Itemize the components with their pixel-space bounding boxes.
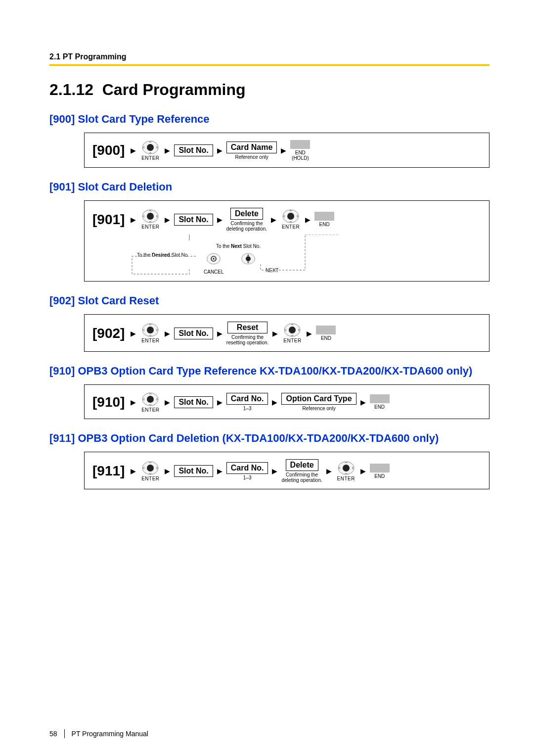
arrow-icon: ▶ [360, 398, 366, 406]
option-card-type-box: Option Card Type [281, 393, 356, 405]
end-label: END [319, 222, 330, 227]
item-title-910: [910] OPB3 Option Card Type Reference KX… [49, 365, 490, 378]
reset-box: Reset [227, 322, 268, 333]
end-key-icon [314, 212, 334, 221]
code-910: [910] [92, 395, 125, 409]
enter-key-icon: ENTER [280, 209, 301, 230]
svg-point-33 [289, 327, 296, 333]
slot-no-box: Slot No. [174, 214, 213, 226]
card-no-range: 1–3 [243, 475, 252, 480]
ref-only-label: Reference only [235, 154, 268, 160]
enter-key-icon: ENTER [140, 209, 161, 230]
code-901: [901] [92, 213, 125, 227]
arrow-icon: ▶ [217, 398, 222, 406]
arrow-icon: ▶ [165, 398, 170, 406]
arrow-icon: ▶ [165, 330, 170, 337]
item-title-911: [911] OPB3 Option Card Deletion (KX-TDA1… [49, 432, 490, 445]
arrow-icon: ▶ [217, 146, 222, 154]
arrow-icon: ▶ [360, 467, 366, 475]
card-no-box: Card No. [226, 462, 268, 474]
diagram-902: [902] ▶ ENTER ▶ Slot No. ▶ Reset Confirm… [84, 314, 490, 352]
arrow-icon: ▶ [305, 216, 311, 224]
code-911: [911] [92, 464, 125, 478]
diagram-910: [910] ▶ ENTER ▶ Slot No. ▶ Card No. 1–3 … [84, 384, 490, 420]
arrow-icon: ▶ [326, 467, 332, 475]
svg-point-13 [287, 213, 294, 220]
end-key-icon [290, 140, 310, 149]
slot-no-box: Slot No. [174, 328, 213, 339]
enter-key-icon: ENTER [140, 140, 161, 161]
manual-name: PT Programming Manual [72, 730, 148, 738]
delete-box: Delete [230, 208, 263, 220]
confirm-label: Confirming the deleting operation. [226, 221, 267, 232]
arrow-icon: ▶ [271, 216, 276, 224]
svg-point-7 [147, 213, 154, 220]
arrow-icon: ▶ [165, 467, 170, 475]
arrow-icon: ▶ [217, 330, 222, 337]
arrow-icon: ▶ [131, 216, 136, 224]
end-label: END(HOLD) [292, 150, 309, 161]
svg-point-45 [147, 465, 154, 472]
svg-point-1 [147, 144, 154, 151]
end-key-icon [316, 326, 336, 334]
code-900: [900] [92, 143, 125, 157]
arrow-icon: ▶ [165, 216, 170, 224]
end-key-icon [370, 394, 390, 403]
enter-key-icon: ENTER [140, 461, 161, 482]
ref-only-label: Reference only [302, 406, 335, 411]
slot-no-box: Slot No. [174, 396, 213, 408]
section-title: 2.1.12 Card Programming [49, 81, 490, 99]
svg-point-27 [147, 327, 154, 333]
code-902: [902] [92, 327, 125, 340]
page-footer: 58 PT Programming Manual [49, 729, 148, 738]
arrow-icon: ▶ [131, 467, 136, 475]
arrow-icon: ▶ [131, 398, 136, 406]
diagram-911: [911] ▶ ENTER ▶ Slot No. ▶ Card No. 1–3 … [84, 452, 490, 489]
card-no-box: Card No. [226, 393, 268, 405]
item-title-902: [902] Slot Card Reset [49, 294, 490, 307]
card-no-range: 1–3 [243, 406, 252, 411]
end-label: END [374, 404, 385, 410]
svg-point-39 [147, 396, 154, 403]
enter-key-icon: ENTER [336, 461, 356, 482]
page-number: 58 [49, 730, 57, 738]
card-name-box: Card Name [226, 142, 277, 153]
arrow-icon: ▶ [131, 330, 136, 337]
item-title-901: [901] Slot Card Deletion [49, 181, 490, 193]
diagram-900: [900] ▶ ENTER ▶ Slot No. ▶ Card Name Ref… [84, 133, 490, 168]
enter-key-icon: ENTER [140, 392, 161, 413]
footer-divider [64, 729, 65, 738]
diagram-901: [901] ▶ ENTER ▶ Slot No. ▶ Delete Confir… [84, 200, 490, 282]
delete-box: Delete [286, 459, 318, 471]
end-key-icon [370, 464, 390, 472]
arrow-icon: ▶ [281, 146, 286, 154]
slot-no-box: Slot No. [174, 144, 213, 156]
end-label: END [374, 473, 385, 479]
enter-key-icon: ENTER [140, 323, 161, 344]
enter-key-icon: ENTER [282, 323, 303, 344]
header-breadcrumb: 2.1 PT Programming [49, 52, 490, 61]
confirm-label: Confirming the deleting operation. [281, 472, 322, 483]
arrow-icon: ▶ [165, 146, 170, 154]
end-label: END [321, 335, 331, 341]
arrow-icon: ▶ [272, 330, 278, 337]
confirm-label: Confirming the resetting operation. [226, 334, 269, 345]
arrow-icon: ▶ [217, 467, 222, 475]
arrow-icon: ▶ [272, 467, 277, 475]
arrow-icon: ▶ [307, 330, 312, 337]
arrow-icon: ▶ [272, 398, 277, 406]
svg-point-51 [343, 465, 350, 472]
arrow-icon: ▶ [217, 216, 222, 224]
item-title-900: [900] Slot Card Type Reference [49, 113, 490, 126]
arrow-icon: ▶ [131, 146, 136, 154]
slot-no-box: Slot No. [174, 465, 213, 477]
header-rule [49, 64, 490, 66]
